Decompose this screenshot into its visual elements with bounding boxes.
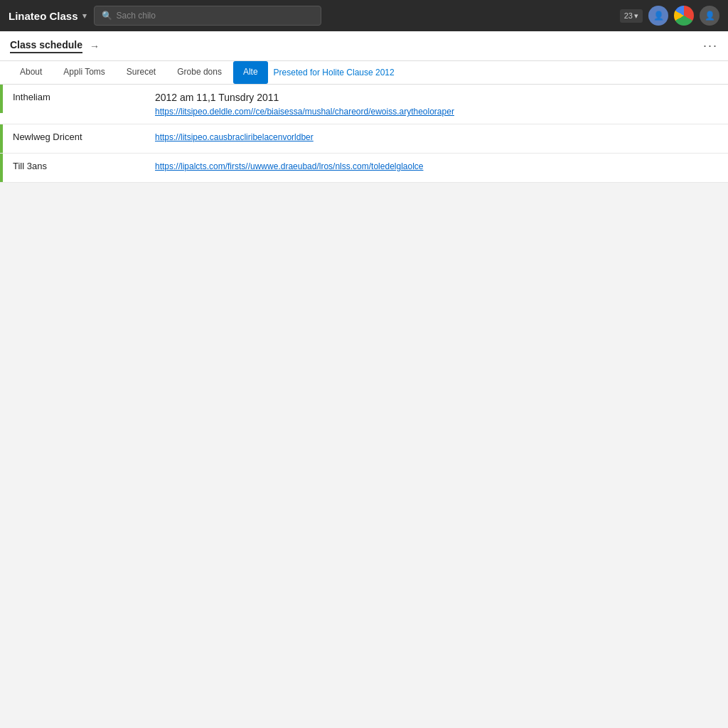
account-icon: 👤	[705, 11, 715, 21]
tab-grobe-dons[interactable]: Grobe dons	[167, 61, 232, 84]
row-3-content: https://lipalcts.com/firsts//uwwwe.draeu…	[145, 154, 728, 183]
row-1-name: Intheliam	[3, 85, 145, 124]
user-avatar[interactable]: 👤	[648, 6, 668, 26]
logo-chevron[interactable]: ▾	[82, 11, 87, 21]
app-logo: Linateo Class ▾	[9, 10, 87, 22]
calendar-button[interactable]: 23 ▾	[620, 9, 643, 23]
tab-surecet[interactable]: Surecet	[117, 61, 166, 84]
chrome-avatar[interactable]	[674, 6, 694, 26]
breadcrumb-arrow: →	[90, 41, 100, 52]
breadcrumb-bar: Class schedule → ···	[0, 31, 728, 61]
row-3-name: Till 3ans	[3, 154, 145, 183]
main-content: Intheliam 2012 am 11,1 Tunsdry 2011 http…	[0, 85, 728, 183]
logo-text: Linateo Class	[9, 10, 78, 22]
row-2-content: https://litsipeo.causbracliribelacenvorl…	[145, 124, 728, 154]
row-1-date: 2012 am 11,1 Tunsdry 2011	[155, 92, 718, 103]
table-row: Till 3ans https://lipalcts.com/firsts//u…	[0, 154, 728, 183]
search-icon: 🔍	[102, 11, 112, 21]
account-avatar[interactable]: 👤	[700, 6, 719, 26]
breadcrumb-left: Class schedule →	[10, 39, 100, 53]
tab-alte[interactable]: Alte	[233, 61, 268, 84]
topbar-right: 23 ▾ 👤 👤	[620, 6, 719, 26]
calendar-label: 23	[624, 11, 633, 20]
row-2-name: Newlweg Dricent	[3, 124, 145, 154]
avatar-icon: 👤	[653, 11, 664, 21]
tab-extra-label[interactable]: Preseted for Holite Clause 2012	[269, 62, 399, 83]
search-input[interactable]	[117, 11, 314, 21]
row-2-link[interactable]: https://litsipeo.causbracliribelacenvorl…	[155, 132, 314, 142]
topbar: Linateo Class ▾ 🔍 23 ▾ 👤 👤	[0, 0, 728, 31]
more-options-button[interactable]: ···	[703, 38, 718, 53]
tabs-bar: About Appli Toms Surecet Grobe dons Alte…	[0, 61, 728, 85]
search-bar[interactable]: 🔍	[94, 6, 321, 26]
tab-appli-toms[interactable]: Appli Toms	[53, 61, 114, 84]
page-title: Class schedule	[10, 39, 82, 53]
row-1-content: 2012 am 11,1 Tunsdry 2011 https://litsip…	[145, 85, 728, 124]
calendar-chevron: ▾	[634, 11, 638, 21]
table-row: Intheliam 2012 am 11,1 Tunsdry 2011 http…	[0, 85, 728, 124]
row-1-link[interactable]: https://litsipeo.deldle.com//ce/biaisess…	[155, 107, 454, 117]
tab-about[interactable]: About	[10, 61, 52, 84]
schedule-table: Intheliam 2012 am 11,1 Tunsdry 2011 http…	[0, 85, 728, 183]
row-3-link[interactable]: https://lipalcts.com/firsts//uwwwe.draeu…	[155, 161, 424, 171]
table-row: Newlweg Dricent https://litsipeo.causbra…	[0, 124, 728, 154]
